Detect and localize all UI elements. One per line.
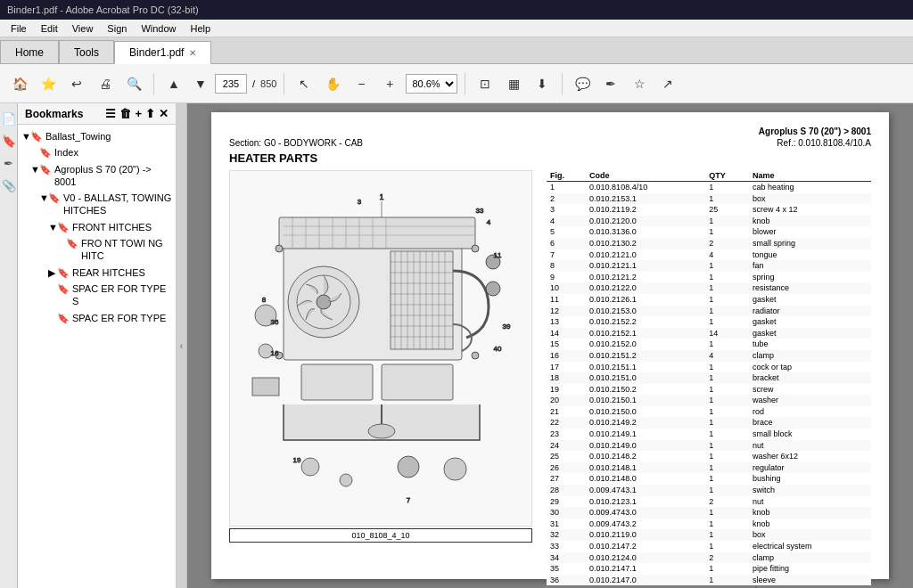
svg-rect-34	[301, 364, 373, 400]
zoom-in-button[interactable]: +	[377, 71, 402, 96]
tree-item-front-towing[interactable]: 🔖 FRO NT TOWI NG HITC	[18, 235, 176, 265]
table-row: 180.010.2151.01bracket	[547, 372, 871, 384]
pen-button[interactable]: ✒	[598, 71, 623, 96]
folder-icon-front: 🔖	[57, 221, 70, 233]
title-text: Binder1.pdf - Adobe Acrobat Pro DC (32-b…	[7, 4, 199, 15]
table-row: 290.010.2123.12nut	[547, 496, 871, 508]
zoom-search-button[interactable]: 🔍	[121, 71, 146, 96]
tree-item-index[interactable]: 🔖 Index	[18, 144, 176, 160]
hand-tool[interactable]: ✋	[320, 71, 345, 96]
sidebar-collapse-handle[interactable]: ‹	[177, 103, 187, 588]
tree-item-agroplus[interactable]: ▼ 🔖 Agroplus S 70 (20") -> 8001	[18, 161, 176, 191]
fit-button[interactable]: ⊡	[473, 71, 498, 96]
back-button[interactable]: ↩	[64, 71, 89, 96]
table-row: 230.010.2149.11small block	[547, 429, 871, 440]
table-row: 60.010.2130.22small spring	[547, 238, 871, 249]
bookmark-icon-spacer-s: 🔖	[57, 282, 70, 295]
tree-item-v0[interactable]: ▼ 🔖 V0 - BALLAST, TOWING HITCHES	[18, 190, 176, 219]
title-bar: Binder1.pdf - Adobe Acrobat Pro DC (32-b…	[0, 0, 913, 20]
sidebar-import-icon[interactable]: ⬆	[145, 107, 155, 120]
sidebar-add-icon[interactable]: +	[135, 107, 142, 120]
folder-icon: 🔖	[30, 130, 43, 143]
table-row: 50.010.3136.01blower	[547, 226, 871, 238]
pdf-ref: Ref.: 0.010.8108.4/10.A	[777, 138, 871, 148]
share-button[interactable]: ↗	[655, 71, 680, 96]
svg-text:40: 40	[494, 345, 502, 353]
edge-edit-icon[interactable]: ✒	[2, 155, 15, 172]
sidebar-close-icon[interactable]: ✕	[159, 107, 169, 120]
parts-data-table: Fig. Code QTY Name 10.010.8108.4/101cab …	[547, 170, 871, 588]
sidebar-header: Bookmarks ☰ 🗑 + ⬆ ✕	[18, 103, 176, 125]
table-row: 330.010.2147.21electrical system	[547, 541, 871, 552]
separator-2	[284, 73, 284, 94]
svg-rect-2	[391, 251, 453, 349]
col-name: Name	[749, 170, 871, 182]
pdf-section-title: HEATER PARTS	[229, 151, 871, 165]
menu-edit[interactable]: Edit	[34, 21, 65, 36]
tree-item-rear-hitches[interactable]: ▶ 🔖 REAR HITCHES	[18, 265, 176, 281]
diagram-image: 1 33 4 8 11 39 40 19 7	[229, 170, 532, 527]
main-content: 📄 🔖 ✒ 📎 Bookmarks ☰ 🗑 + ⬆ ✕ ▼ 🔖 Ballast_…	[0, 103, 913, 588]
tree-item-front-hitches[interactable]: ▼ 🔖 FRONT HITCHES	[18, 219, 176, 235]
menu-view[interactable]: View	[65, 21, 101, 36]
arrow-down-button[interactable]: ⬇	[530, 71, 555, 96]
edge-bookmark-icon[interactable]: 🔖	[0, 133, 18, 150]
home-button[interactable]: 🏠	[7, 71, 32, 96]
edge-attach-icon[interactable]: 📎	[0, 177, 18, 194]
prev-page-button[interactable]: ▲	[161, 71, 186, 96]
tree-item-spacer-s[interactable]: 🔖 SPAC ER FOR TYPE S	[18, 281, 176, 310]
sidebar-menu-icon[interactable]: ☰	[105, 107, 116, 120]
table-row: 10.010.8108.4/101cab heating	[547, 182, 871, 193]
zoom-out-button[interactable]: −	[349, 71, 374, 96]
folder-icon-agroplus: 🔖	[39, 163, 52, 176]
page-area: Agroplus S 70 (20") > 8001 Section: G0 -…	[187, 103, 913, 588]
tab-home[interactable]: Home	[0, 40, 59, 63]
table-row: 100.010.2122.01resistance	[547, 282, 871, 294]
table-row: 240.010.2149.01nut	[547, 440, 871, 452]
svg-point-44	[472, 352, 479, 359]
table-row: 190.010.2150.21screw	[547, 384, 871, 396]
menu-help[interactable]: Help	[184, 21, 218, 36]
zoom-dropdown[interactable]: 80.6% 50% 75% 100% 125% 150%	[406, 74, 457, 94]
table-row: 210.010.2150.01rod	[547, 406, 871, 418]
tree-item-ballast[interactable]: ▼ 🔖 Ballast_Towing	[18, 128, 176, 144]
col-qty: QTY	[705, 170, 749, 182]
svg-point-49	[368, 424, 395, 438]
total-pages: 850	[260, 78, 276, 89]
page-number-input[interactable]: 235	[215, 74, 247, 94]
tab-home-label: Home	[15, 46, 44, 59]
svg-text:1: 1	[379, 192, 383, 201]
comment-button[interactable]: 💬	[570, 71, 595, 96]
table-row: 170.010.2151.11cock or tap	[547, 362, 871, 373]
menu-file[interactable]: File	[4, 21, 34, 36]
table-row: 280.009.4743.11switch	[547, 485, 871, 496]
tree-item-spacer[interactable]: 🔖 SPAC ER FOR TYPE	[18, 310, 176, 326]
sidebar-delete-icon[interactable]: 🗑	[119, 107, 131, 120]
cursor-tool[interactable]: ↖	[292, 71, 317, 96]
grid-button[interactable]: ▦	[501, 71, 526, 96]
menu-sign[interactable]: Sign	[100, 21, 134, 36]
menu-window[interactable]: Window	[134, 21, 183, 36]
separator-1	[153, 73, 154, 94]
folder-icon-rear: 🔖	[57, 266, 70, 279]
menu-bar: File Edit View Sign Window Help	[0, 20, 913, 37]
pdf-diagram: 1 33 4 8 11 39 40 19 7	[229, 170, 532, 588]
tab-tools[interactable]: Tools	[59, 40, 114, 63]
next-page-button[interactable]: ▼	[188, 71, 213, 96]
folder-icon-v0: 🔖	[48, 192, 61, 204]
separator-4	[562, 73, 563, 94]
svg-rect-48	[444, 458, 466, 480]
bookmark-button[interactable]: ⭐	[36, 71, 61, 96]
tab-close-icon[interactable]: ✕	[189, 48, 196, 58]
col-code: Code	[586, 170, 705, 182]
parts-table: Fig. Code QTY Name 10.010.8108.4/101cab …	[547, 170, 871, 588]
print-button[interactable]: 🖨	[93, 71, 118, 96]
table-row: 300.009.4743.01knob	[547, 507, 871, 519]
page-separator: /	[252, 78, 255, 89]
tab-binder[interactable]: Binder1.pdf ✕	[114, 41, 211, 64]
edge-page-icon[interactable]: 📄	[0, 110, 18, 127]
table-row: 350.010.2147.11pipe fitting	[547, 563, 871, 575]
star-button[interactable]: ☆	[627, 71, 652, 96]
table-row: 140.010.2152.114gasket	[547, 328, 871, 339]
svg-point-47	[398, 456, 419, 478]
